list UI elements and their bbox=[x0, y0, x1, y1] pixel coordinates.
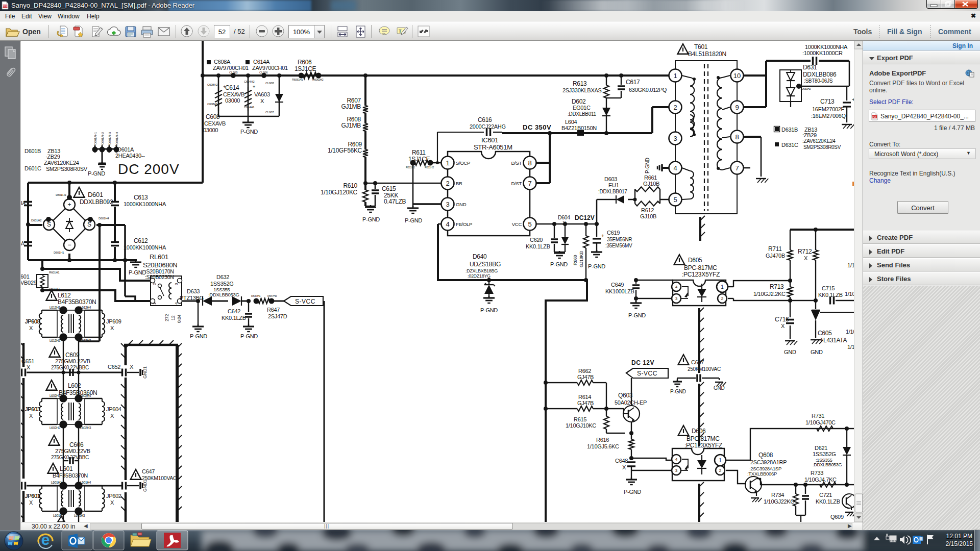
svg-text:1000KK1000NHA: 1000KK1000NHA bbox=[805, 44, 848, 50]
svg-text:R661: R661 bbox=[644, 174, 657, 181]
svg-text:D603: D603 bbox=[604, 176, 617, 182]
svg-text:1/10GJ4.7KC: 1/10GJ4.7KC bbox=[804, 477, 837, 483]
svg-text:R647: R647 bbox=[267, 307, 280, 313]
svg-text:2000CJ22AHG: 2000CJ22AHG bbox=[470, 123, 506, 130]
svg-text:1/10: 1/10 bbox=[846, 329, 854, 335]
svg-text:JP602: JP602 bbox=[106, 493, 121, 499]
svg-text:C609: C609 bbox=[65, 352, 80, 359]
svg-text::02DZ18YG: :02DZ18YG bbox=[468, 273, 491, 279]
svg-text:D601AH4: D601AH4 bbox=[115, 132, 118, 144]
svg-text:GJ470B: GJ470B bbox=[766, 253, 785, 259]
svg-text:7: 7 bbox=[735, 164, 739, 172]
svg-text:X: X bbox=[29, 325, 33, 331]
svg-text:D632: D632 bbox=[216, 274, 229, 280]
svg-text:2SJ47D: 2SJ47D bbox=[268, 313, 287, 319]
svg-text:EU1: EU1 bbox=[608, 182, 619, 188]
svg-text:03000: 03000 bbox=[225, 97, 240, 104]
svg-text:VA603: VA603 bbox=[254, 91, 270, 97]
svg-text:50A02CH-EP: 50A02CH-EP bbox=[615, 399, 647, 406]
svg-text:3: 3 bbox=[174, 283, 179, 285]
svg-text:0.04: 0.04 bbox=[177, 314, 182, 323]
svg-text:C716: C716 bbox=[775, 316, 789, 323]
svg-text:D/ST: D/ST bbox=[511, 181, 522, 186]
svg-text::1000KK1000CR: :1000KK1000CR bbox=[802, 50, 843, 56]
svg-text:JP601: JP601 bbox=[25, 493, 40, 499]
svg-text:1: 1 bbox=[446, 159, 449, 167]
svg-text:C614: C614 bbox=[225, 84, 239, 91]
svg-text:1/1: 1/1 bbox=[847, 262, 854, 268]
svg-text:DC12V: DC12V bbox=[575, 214, 595, 221]
svg-text:C620: C620 bbox=[530, 237, 543, 243]
svg-text:SM2PS308R0SV: SM2PS308R0SV bbox=[803, 144, 841, 150]
svg-text:D601AH1: D601AH1 bbox=[94, 132, 97, 144]
svg-text:BR: BR bbox=[456, 181, 462, 186]
svg-text:C608: C608 bbox=[206, 113, 220, 120]
svg-text:X: X bbox=[781, 323, 785, 329]
svg-text:ZAV9700CH01: ZAV9700CH01 bbox=[252, 65, 288, 71]
svg-text:10: 10 bbox=[733, 72, 741, 80]
svg-text:+: + bbox=[601, 233, 604, 239]
svg-text:L601: L601 bbox=[60, 465, 73, 472]
svg-text::16EM27006Q: :16EM27006Q bbox=[811, 113, 846, 119]
svg-text:S/OCP: S/OCP bbox=[456, 160, 470, 166]
svg-text:EG01C: EG01C bbox=[573, 105, 591, 111]
svg-text:A: A bbox=[21, 241, 24, 246]
svg-text:16EM27002F: 16EM27002F bbox=[812, 106, 845, 112]
svg-text:C651: C651 bbox=[21, 358, 34, 364]
svg-text::DDXLBB053G: :DDXLBB053G bbox=[208, 292, 239, 297]
svg-text:D606: D606 bbox=[692, 428, 706, 435]
svg-text:L612: L612 bbox=[58, 292, 71, 299]
svg-text:4: 4 bbox=[675, 457, 678, 462]
svg-text:Q603: Q603 bbox=[618, 392, 633, 399]
svg-text:GJ1MB: GJ1MB bbox=[341, 103, 361, 110]
svg-text:D601C: D601C bbox=[24, 165, 41, 171]
svg-text::PC123X5YFZ: :PC123X5YFZ bbox=[682, 271, 720, 278]
svg-text:D621: D621 bbox=[815, 445, 827, 451]
svg-text:4: 4 bbox=[673, 164, 677, 172]
svg-text:DC 200V: DC 200V bbox=[118, 161, 180, 177]
svg-text:R6062H2: R6062H2 bbox=[312, 78, 323, 81]
svg-text:DC 350V: DC 350V bbox=[523, 123, 551, 131]
svg-text:P-GND: P-GND bbox=[628, 312, 646, 318]
svg-text:R610: R610 bbox=[344, 182, 358, 189]
svg-text:C616: C616 bbox=[478, 116, 492, 123]
svg-text:272: 272 bbox=[164, 314, 169, 321]
svg-text:1/10GF56KC: 1/10GF56KC bbox=[328, 147, 362, 154]
svg-text:C721: C721 bbox=[819, 492, 832, 498]
svg-text:Open: Open bbox=[22, 28, 41, 36]
svg-text:3: 3 bbox=[675, 296, 678, 301]
svg-text:D631H2: D631H2 bbox=[801, 87, 811, 90]
svg-text:GND1: GND1 bbox=[142, 480, 148, 492]
svg-text:IA: IA bbox=[21, 201, 26, 206]
svg-text:R614: R614 bbox=[578, 394, 591, 400]
svg-text:1: 1 bbox=[673, 72, 677, 80]
svg-text:1/10: 1/10 bbox=[845, 291, 854, 297]
svg-text:1000KK1000NHA: 1000KK1000NHA bbox=[124, 201, 166, 207]
svg-text:7: 7 bbox=[528, 180, 531, 187]
svg-text:UDZS18BG: UDZS18BG bbox=[470, 261, 501, 268]
svg-text:B4F35B0370N: B4F35B0370N bbox=[58, 298, 96, 306]
svg-text:GND: GND bbox=[784, 349, 796, 355]
svg-text:P-GND: P-GND bbox=[588, 263, 605, 269]
svg-text:P-GND: P-GND bbox=[480, 307, 498, 313]
svg-text:X: X bbox=[29, 413, 33, 419]
svg-text:P-GND: P-GND bbox=[550, 261, 568, 267]
svg-text:X: X bbox=[27, 364, 31, 370]
svg-text:C614H2: C614H2 bbox=[244, 80, 255, 83]
svg-text:D601H3: D601H3 bbox=[56, 193, 66, 196]
svg-text:C652: C652 bbox=[108, 364, 120, 370]
svg-text:S-VCC: S-VCC bbox=[295, 298, 315, 305]
svg-text:1/10GJ470C: 1/10GJ470C bbox=[805, 419, 836, 425]
svg-text:FB/OLP: FB/OLP bbox=[456, 221, 472, 227]
svg-text::DDXLBB053G: :DDXLBB053G bbox=[813, 462, 842, 467]
svg-text:X: X bbox=[110, 499, 114, 506]
svg-text::TXXLBB006P: :TXXLBB006P bbox=[747, 471, 777, 477]
svg-text:D631C: D631C bbox=[781, 142, 798, 148]
svg-text:L602H1: L602H1 bbox=[50, 394, 61, 397]
svg-text:630GK0.012PQ: 630GK0.012PQ bbox=[629, 87, 667, 93]
svg-text:CEXAVB: CEXAVB bbox=[204, 120, 226, 127]
svg-text:DC 12V: DC 12V bbox=[631, 359, 654, 366]
svg-text:X: X bbox=[804, 255, 808, 261]
svg-text:KK1000LZB: KK1000LZB bbox=[605, 288, 634, 294]
svg-text:GJ47B: GJ47B bbox=[577, 400, 594, 406]
